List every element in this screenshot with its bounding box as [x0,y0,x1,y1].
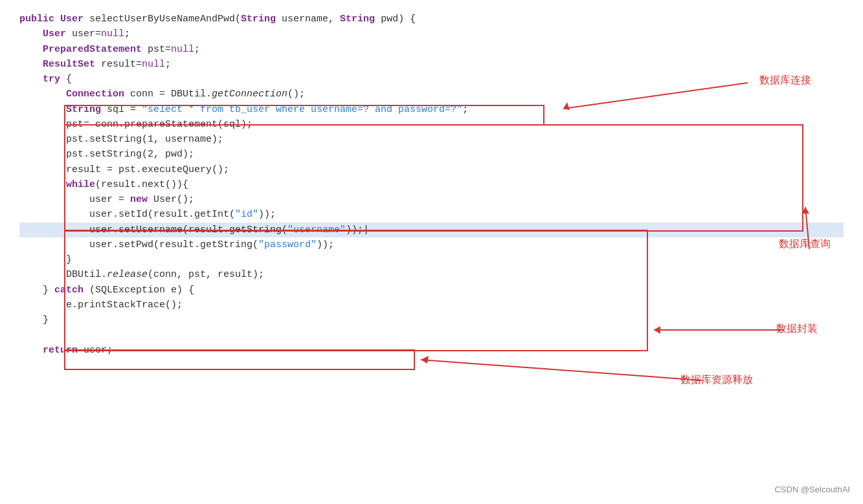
code-line-21: } [19,312,844,327]
code-line-5: try { [19,72,844,87]
code-line-7: String sql = "select * from tb_user wher… [19,102,844,117]
code-line-6: Connection conn = DBUtil.getConnection()… [19,87,844,102]
code-line-20: e.printStackTrace(); [19,298,844,312]
code-line-13: user = new User(); [19,192,844,207]
annotation-release: 数据库资源释放 [680,372,753,388]
footer-text: CSDN @SelcouthAI [774,483,850,496]
annotation-query: 数据库查询 [779,236,831,252]
code-line-12: while(result.next()){ [19,177,844,192]
code-line-17: } [19,252,844,267]
code-line-19: } catch (SQLException e) { [19,283,844,298]
code-line-9: pst.setString(1, username); [19,132,844,147]
code-line-1: public User selectUserByUseNameAndPwd(St… [19,12,844,27]
code-line-11: result = pst.executeQuery(); [19,162,844,177]
code-line-22 [19,327,844,342]
code-line-16: user.setPwd(result.getString("password")… [19,237,844,252]
code-line-2: User user=null; [19,27,844,41]
code-line-8: pst= conn.prepareStatement(sql); [19,117,844,132]
code-line-3: PreparedStatement pst=null; [19,42,844,57]
code-line-10: pst.setString(2, pwd); [19,147,844,162]
code-line-23: return user; [19,343,844,358]
code-line-14: user.setId(result.getInt("id")); [19,207,844,222]
annotation-seal: 数据封装 [776,321,818,337]
code-line-15: user.setUsername(result.getString("usern… [19,223,844,237]
annotation-connection: 数据库连接 [759,72,811,89]
code-line-4: ResultSet result=null; [19,57,844,72]
code-area: public User selectUserByUseNameAndPwd(St… [0,0,863,369]
code-line-18: DBUtil.release(conn, pst, result); [19,267,844,282]
